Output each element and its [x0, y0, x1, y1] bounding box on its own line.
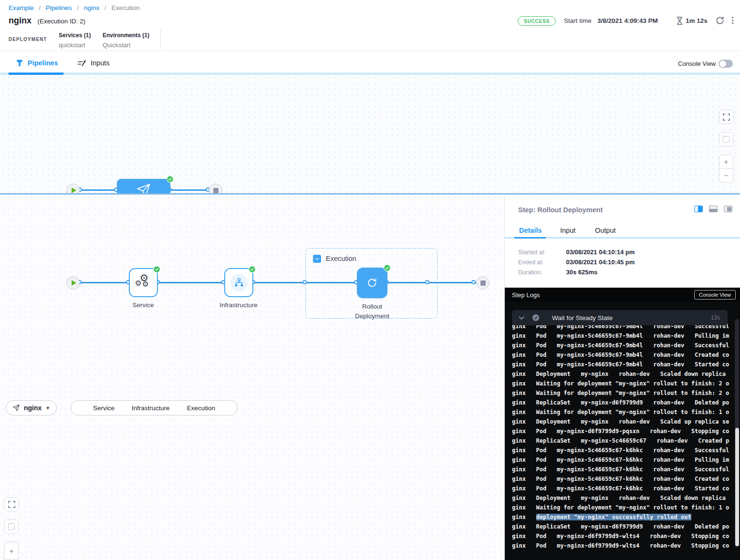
zoom-in-button[interactable]: +	[719, 155, 733, 169]
selection-icon	[8, 523, 15, 530]
log-line: ginx ReplicaSet my-nginx-5c46659c67 roha…	[512, 436, 730, 446]
fullscreen-icon	[723, 114, 730, 121]
log-line: ginx Deployment my-nginx rohan-dev Scale…	[512, 369, 730, 379]
tab-service[interactable]: Service	[93, 404, 115, 412]
success-check-icon	[167, 176, 174, 183]
log-line: ginx Pod my-nginx-5c46659c67-k6hkc rohan…	[512, 484, 730, 493]
step-details-panel: Step: Rollout Deployment Details Input O…	[504, 195, 740, 560]
stage-canvas[interactable]: nginx ▼ Service Infrastructure Execution…	[0, 195, 504, 560]
stop-icon	[213, 188, 219, 193]
stage-selector[interactable]: nginx ▼	[6, 400, 57, 415]
log-group-duration: 13s	[711, 314, 720, 321]
stage-end-node[interactable]	[476, 276, 490, 290]
deployment-type-label: DEPLOYMENT	[9, 37, 47, 42]
page-header: Example / Pipelines / nginx / Execution …	[0, 0, 740, 51]
log-line-highlighted: ginx deployment "my-nginx" successfully …	[512, 512, 730, 522]
pipelines-icon	[16, 59, 23, 67]
log-line: ginx ReplicaSet my-nginx-d6f9799d9 rohan…	[512, 522, 730, 531]
layout-right-split-icon[interactable]	[694, 206, 703, 212]
plus-icon: +	[9, 547, 14, 555]
zoom-out-button[interactable]: −	[719, 168, 733, 183]
pipeline-canvas[interactable]: nginx + −	[0, 75, 740, 193]
selection-icon	[723, 136, 730, 143]
tab-output[interactable]: Output	[595, 227, 616, 234]
log-vertical-scrollbar[interactable]	[735, 319, 739, 547]
log-line: ginx Waiting for deployment "my-nginx" r…	[512, 503, 730, 512]
tab-pipelines-label: Pipelines	[28, 59, 58, 67]
log-line: ginx Pod my-nginx-5c46659c67-k6hkc rohan…	[512, 474, 730, 484]
inputs-icon	[77, 60, 86, 67]
step-logs-header: Step Logs Console View	[505, 288, 740, 302]
environments-label: Environments (1)	[103, 31, 149, 39]
log-line: ginx Waiting for deployment "my-nginx" r…	[512, 407, 730, 417]
step-node-rollout-deployment[interactable]	[357, 268, 387, 298]
step-node-service[interactable]: ⚙⚙⚙	[129, 268, 158, 297]
title-row: nginx (Execution ID: 2)	[9, 16, 85, 26]
fullscreen-button[interactable]	[719, 110, 733, 124]
success-check-icon	[153, 266, 160, 273]
log-output[interactable]: ginx Pod my-nginx-5c46659c67-9mb4l rohan…	[512, 321, 730, 550]
step-logs-panel: Step Logs Console View ginx Pod my-nginx…	[505, 288, 740, 560]
log-line: ginx Waiting for deployment "my-nginx" r…	[512, 379, 730, 388]
success-check-icon	[249, 266, 256, 273]
tab-underline-active	[9, 73, 63, 75]
log-group-title: Wait for Steady State	[552, 314, 613, 321]
play-icon	[72, 187, 76, 193]
breadcrumb-example[interactable]: Example	[9, 4, 34, 11]
gears-icon: ⚙⚙⚙	[135, 275, 152, 290]
meta-divider	[160, 29, 161, 49]
layout-bottom-split-icon[interactable]	[709, 206, 718, 212]
step-panel-title: Step: Rollout Deployment	[518, 206, 603, 214]
services-label: Services (1)	[59, 31, 91, 39]
start-time-value: 3/8/2021 4:09:43 PM	[597, 17, 658, 24]
console-view-toggle[interactable]	[719, 60, 733, 68]
log-line: ginx Pod my-nginx-5c46659c67-9mb4l rohan…	[512, 331, 730, 341]
step-success-icon	[532, 314, 540, 321]
panel-layout-switcher	[694, 206, 732, 212]
status-badge: SUCCESS	[518, 16, 556, 26]
fit-selection-button[interactable]	[719, 132, 733, 146]
fullscreen-icon	[8, 501, 15, 508]
plus-icon: +	[724, 158, 729, 166]
breadcrumb-pipelines[interactable]: Pipelines	[46, 4, 72, 11]
log-selection: deployment "my-nginx" successfully rolle…	[536, 514, 691, 520]
fullscreen-button[interactable]	[4, 497, 19, 511]
duration-value: 1m 12s	[686, 17, 708, 24]
step-node-label: Service	[115, 301, 172, 309]
layout-right-panel-icon[interactable]	[724, 206, 732, 212]
log-line: ginx Pod my-nginx-5c46659c67-9mb4l rohan…	[512, 360, 730, 369]
refresh-icon[interactable]	[715, 16, 725, 25]
tab-inputs-label: Inputs	[91, 59, 110, 67]
tab-input[interactable]: Input	[560, 227, 575, 234]
tab-pipelines[interactable]: Pipelines	[16, 59, 58, 67]
tab-infrastructure[interactable]: Infrastructure	[132, 404, 170, 412]
tab-inputs[interactable]: Inputs	[77, 59, 110, 67]
scrollbar-thumb[interactable]	[735, 428, 739, 546]
chevron-down-icon[interactable]	[519, 316, 524, 320]
log-line: ginx Pod my-nginx-d6f9799d9-wlts4 rohan-…	[512, 531, 730, 541]
execution-group-label: Execution	[326, 255, 356, 262]
detail-row-duration: Duration: 30s 625ms	[518, 269, 597, 276]
breadcrumb-nginx[interactable]: nginx	[84, 4, 99, 11]
step-node-infrastructure[interactable]	[224, 268, 253, 297]
hourglass-icon	[676, 17, 683, 25]
zoom-in-button[interactable]: +	[4, 542, 19, 560]
stage-start-node[interactable]	[66, 276, 80, 290]
breadcrumb: Example / Pipelines / nginx / Execution	[9, 4, 140, 11]
environments-value[interactable]: Quickstart	[103, 41, 131, 49]
log-group-header[interactable]: Wait for Steady State 13s	[512, 310, 728, 325]
step-node-label: Rollout Deployment	[351, 302, 394, 321]
log-line: ginx Deployment my-nginx rohan-dev Scale…	[512, 493, 730, 503]
console-view-button[interactable]: Console View	[694, 290, 736, 300]
tab-execution[interactable]: Execution	[187, 404, 215, 412]
more-options-icon[interactable]: ⋮	[729, 15, 737, 25]
services-value[interactable]: quickstart	[59, 41, 85, 49]
success-check-icon	[384, 264, 391, 271]
tab-details[interactable]: Details	[519, 227, 542, 234]
stop-icon	[480, 280, 486, 286]
log-line: ginx Pod my-nginx-5c46659c67-9mb4l rohan…	[512, 341, 730, 350]
collapse-group-icon[interactable]: −	[313, 255, 321, 263]
fit-selection-button[interactable]	[4, 519, 19, 534]
breadcrumb-separator: /	[77, 4, 79, 11]
view-tabbar: Pipelines Inputs Console View	[0, 51, 740, 75]
